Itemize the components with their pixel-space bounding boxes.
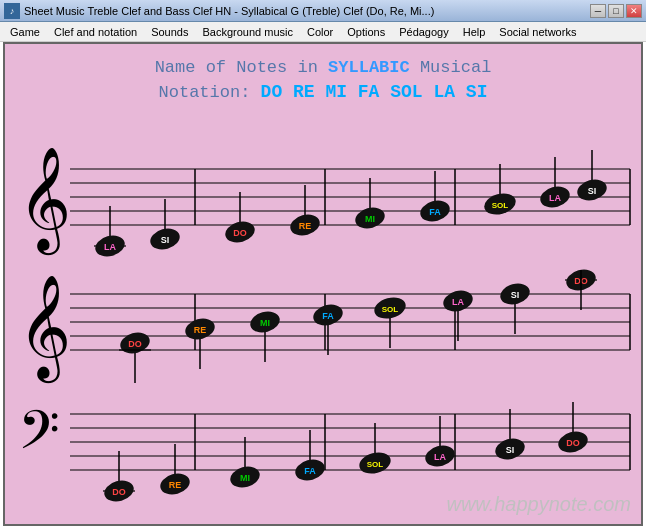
svg-text:RE: RE <box>169 480 182 490</box>
svg-text:MI: MI <box>365 214 375 224</box>
svg-text:𝄞: 𝄞 <box>18 276 71 384</box>
watermark: www.happynote.com <box>446 493 631 516</box>
svg-text:SI: SI <box>588 186 597 196</box>
svg-text:SI: SI <box>506 445 515 455</box>
svg-text:DO: DO <box>566 438 580 448</box>
app-icon: ♪ <box>4 3 20 19</box>
title-syllabic: SYLLABIC <box>328 58 410 77</box>
menubar: Game Clef and notation Sounds Background… <box>0 22 646 42</box>
svg-text:FA: FA <box>429 207 441 217</box>
title-prefix-1: Name of Notes in <box>155 58 328 77</box>
svg-text:RE: RE <box>299 221 312 231</box>
maximize-button[interactable]: □ <box>608 4 624 18</box>
svg-text:LA: LA <box>549 193 561 203</box>
svg-text:SOL: SOL <box>492 201 509 210</box>
svg-text:MI: MI <box>260 318 270 328</box>
svg-text:MI: MI <box>240 473 250 483</box>
svg-text:𝄢: 𝄢 <box>18 401 60 473</box>
svg-text:LA: LA <box>452 297 464 307</box>
svg-text:RE: RE <box>194 325 207 335</box>
svg-text:DO: DO <box>128 339 142 349</box>
menu-background-music[interactable]: Background music <box>196 24 299 40</box>
svg-text:FA: FA <box>322 311 334 321</box>
main-content: Name of Notes in SYLLABIC Musical Notati… <box>3 42 643 526</box>
menu-color[interactable]: Color <box>301 24 339 40</box>
menu-social[interactable]: Social networks <box>493 24 582 40</box>
window-controls: ─ □ ✕ <box>590 4 642 18</box>
svg-text:SOL: SOL <box>367 460 384 469</box>
svg-text:SI: SI <box>511 290 520 300</box>
window-title: Sheet Music Treble Clef and Bass Clef HN… <box>24 5 590 17</box>
title-prefix-2: Notation: <box>159 83 261 102</box>
menu-clef[interactable]: Clef and notation <box>48 24 143 40</box>
minimize-button[interactable]: ─ <box>590 4 606 18</box>
title-suffix-1: Musical <box>410 58 492 77</box>
svg-text:LA: LA <box>434 452 446 462</box>
menu-sounds[interactable]: Sounds <box>145 24 194 40</box>
notation-title: Name of Notes in SYLLABIC Musical Notati… <box>155 56 492 105</box>
svg-text:DO: DO <box>233 228 247 238</box>
svg-text:SI: SI <box>161 235 170 245</box>
menu-pedagogy[interactable]: Pédagogy <box>393 24 455 40</box>
svg-text:FA: FA <box>304 466 316 476</box>
titlebar: ♪ Sheet Music Treble Clef and Bass Clef … <box>0 0 646 22</box>
menu-help[interactable]: Help <box>457 24 492 40</box>
menu-game[interactable]: Game <box>4 24 46 40</box>
svg-text:SOL: SOL <box>382 305 399 314</box>
close-button[interactable]: ✕ <box>626 4 642 18</box>
svg-text:DO: DO <box>112 487 126 497</box>
title-notes: DO RE MI FA SOL LA SI <box>261 82 488 102</box>
svg-text:LA: LA <box>104 242 116 252</box>
menu-options[interactable]: Options <box>341 24 391 40</box>
music-notation: 𝄞 LA SI DO RE MI FA SOL <box>10 104 640 504</box>
svg-text:𝄞: 𝄞 <box>18 148 71 256</box>
